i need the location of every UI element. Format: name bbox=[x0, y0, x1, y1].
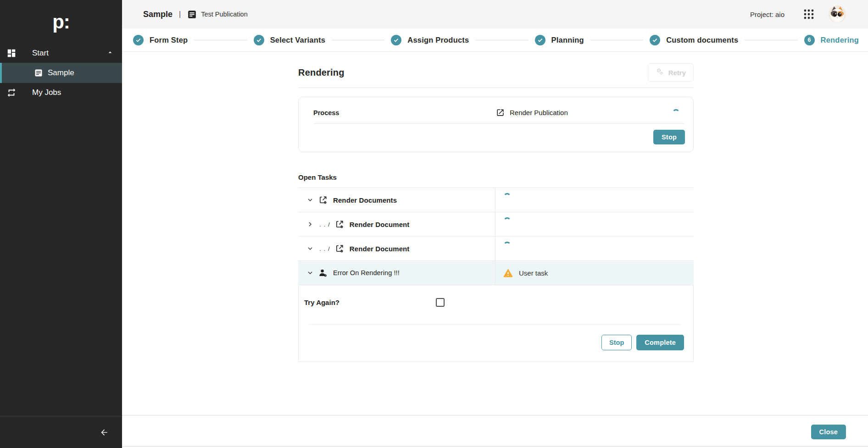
step-check-icon bbox=[133, 35, 144, 45]
publication-name: Test Publication bbox=[201, 11, 248, 18]
step-label: Rendering bbox=[821, 36, 859, 44]
process-spinner bbox=[672, 109, 680, 117]
step-form-step[interactable]: Form Step bbox=[133, 35, 188, 45]
sidebar-item-label: Sample bbox=[48, 68, 74, 77]
step-check-icon bbox=[535, 35, 545, 45]
user-task-icon bbox=[318, 268, 328, 278]
chevron-down-icon[interactable] bbox=[306, 196, 314, 204]
step-assign-products[interactable]: Assign Products bbox=[391, 35, 469, 45]
apps-grid-icon[interactable] bbox=[803, 8, 815, 20]
topbar-right: Project: aio bbox=[750, 6, 846, 23]
task-stop-button[interactable]: Stop bbox=[601, 335, 632, 350]
task-path-prefix: . . / bbox=[319, 245, 330, 252]
render-task-icon bbox=[334, 243, 345, 254]
sidebar-item-start[interactable]: Start bbox=[0, 44, 122, 63]
detail-divider bbox=[309, 324, 680, 325]
step-label: Planning bbox=[551, 36, 584, 44]
step-label: Select Variants bbox=[270, 36, 325, 44]
page-context-title: Sample bbox=[143, 10, 172, 19]
sidebar-footer bbox=[0, 416, 122, 448]
task-row[interactable]: . . / Render Document bbox=[298, 237, 694, 261]
open-tasks-table: Render Documents . . / bbox=[298, 188, 694, 362]
step-number: 6 bbox=[808, 37, 811, 43]
try-again-label: Try Again? bbox=[304, 299, 436, 306]
step-check-icon bbox=[650, 35, 660, 45]
step-label: Assign Products bbox=[407, 36, 469, 44]
task-status: User task bbox=[519, 269, 548, 277]
collapse-sidebar-button[interactable] bbox=[97, 426, 111, 439]
render-publication-label: Render Publication bbox=[510, 109, 568, 116]
step-check-icon bbox=[391, 35, 401, 45]
step-number-badge: 6 bbox=[804, 35, 815, 45]
user-avatar[interactable] bbox=[829, 6, 846, 23]
step-select-variants[interactable]: Select Variants bbox=[254, 35, 325, 45]
task-detail-panel: Try Again? Stop Complete bbox=[298, 285, 694, 362]
step-connector bbox=[194, 40, 247, 40]
task-label: Render Document bbox=[350, 221, 410, 228]
title-divider bbox=[298, 88, 694, 88]
sidebar-item-sample[interactable]: Sample bbox=[0, 63, 122, 83]
sidebar: p: Start Sample bbox=[0, 0, 122, 448]
brand-logo: p: bbox=[52, 11, 70, 33]
task-label: Render Document bbox=[350, 245, 410, 253]
task-spinner bbox=[503, 217, 511, 225]
step-connector bbox=[475, 40, 528, 40]
sidebar-item-my-jobs[interactable]: My Jobs bbox=[0, 83, 122, 102]
task-row[interactable]: . . / Render Document bbox=[298, 212, 694, 237]
app-window: p: Start Sample bbox=[0, 0, 868, 448]
page-title: Rendering bbox=[298, 67, 345, 78]
project-label: Project: aio bbox=[750, 11, 785, 18]
chevron-right-icon[interactable] bbox=[306, 221, 314, 228]
publication-icon bbox=[187, 10, 197, 19]
render-task-icon bbox=[334, 219, 345, 230]
step-planning[interactable]: Planning bbox=[535, 35, 584, 45]
footer-bar: Close bbox=[122, 415, 868, 448]
render-task-icon bbox=[318, 195, 328, 205]
chevron-down-icon[interactable] bbox=[306, 269, 314, 277]
main-content: Rendering Retry bbox=[122, 52, 868, 415]
sidebar-item-label: My Jobs bbox=[32, 88, 61, 97]
topbar: Sample | Test Publication Project: aio bbox=[122, 0, 868, 28]
try-again-checkbox[interactable] bbox=[436, 298, 445, 307]
task-label: Error On Rendering !!! bbox=[333, 269, 400, 277]
task-complete-button[interactable]: Complete bbox=[636, 335, 684, 350]
process-label: Process bbox=[313, 109, 496, 116]
step-label: Form Step bbox=[150, 36, 188, 44]
close-button[interactable]: Close bbox=[811, 425, 846, 439]
chevron-down-icon[interactable] bbox=[306, 245, 314, 252]
dashboard-icon bbox=[6, 48, 17, 58]
process-stop-button[interactable]: Stop bbox=[653, 130, 685, 144]
sidebar-item-label: Start bbox=[32, 49, 49, 58]
process-card: Process Render Publication Stop bbox=[298, 97, 694, 152]
document-icon bbox=[34, 68, 43, 77]
step-connector bbox=[745, 40, 797, 40]
task-spinner bbox=[503, 242, 511, 249]
task-label: Render Documents bbox=[333, 196, 397, 204]
retry-label: Retry bbox=[668, 69, 686, 77]
title-separator: | bbox=[179, 10, 181, 18]
task-path-prefix: . . / bbox=[319, 221, 330, 228]
step-connector bbox=[590, 40, 643, 40]
open-in-new-icon bbox=[496, 108, 505, 117]
warning-icon bbox=[503, 268, 513, 278]
render-publication-link[interactable]: Render Publication bbox=[496, 108, 667, 117]
gears-icon bbox=[656, 67, 664, 77]
jobs-repeat-icon bbox=[6, 88, 17, 98]
process-divider bbox=[313, 123, 685, 124]
step-label: Custom documents bbox=[666, 36, 738, 44]
task-row-error-selected[interactable]: Error On Rendering !!! User task bbox=[298, 261, 694, 285]
step-rendering-active[interactable]: 6 Rendering bbox=[804, 35, 859, 45]
caret-up-icon[interactable] bbox=[106, 49, 114, 58]
workflow-stepper: Form Step Select Variants Assign Product… bbox=[122, 28, 868, 52]
task-row[interactable]: Render Documents bbox=[298, 188, 694, 212]
task-spinner bbox=[503, 193, 511, 201]
open-tasks-label: Open Tasks bbox=[298, 173, 694, 181]
retry-button[interactable]: Retry bbox=[648, 63, 694, 82]
step-check-icon bbox=[254, 35, 264, 45]
logo-wrap: p: bbox=[0, 0, 122, 44]
step-custom-documents[interactable]: Custom documents bbox=[650, 35, 738, 45]
step-connector bbox=[332, 40, 384, 40]
